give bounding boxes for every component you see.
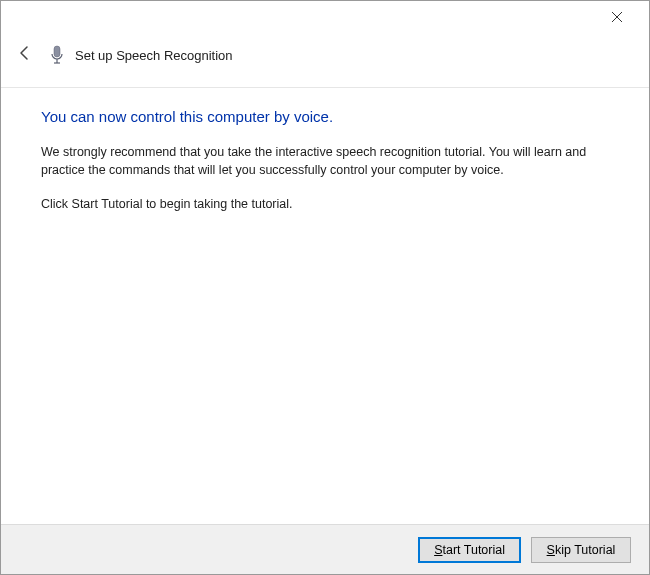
back-button[interactable] [11,41,39,69]
wizard-header: Set up Speech Recognition [1,33,649,88]
close-icon [612,9,622,25]
wizard-footer: Start Tutorial Skip Tutorial [1,524,649,574]
titlebar [1,1,649,33]
content-paragraph-1: We strongly recommend that you take the … [41,143,609,179]
content-paragraph-2: Click Start Tutorial to begin taking the… [41,195,609,213]
microphone-icon [47,45,67,65]
content-heading: You can now control this computer by voi… [41,108,609,125]
page-title: Set up Speech Recognition [75,48,233,63]
wizard-content: You can now control this computer by voi… [1,88,649,213]
close-button[interactable] [597,3,637,31]
skip-tutorial-button[interactable]: Skip Tutorial [531,537,631,563]
start-tutorial-button[interactable]: Start Tutorial [418,537,521,563]
back-arrow-icon [17,45,33,65]
svg-rect-2 [54,46,60,57]
